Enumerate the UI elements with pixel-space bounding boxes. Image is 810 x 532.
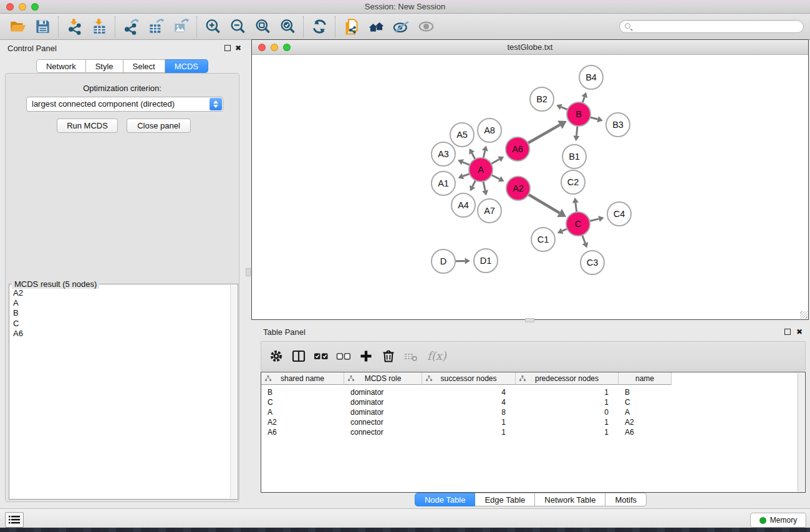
tab-network-table[interactable]: Network Table <box>535 493 605 506</box>
deselect-all-button[interactable] <box>332 344 355 368</box>
zoom-window-button[interactable] <box>31 3 39 11</box>
import-network-button[interactable] <box>62 15 87 39</box>
table-panel-float-button[interactable] <box>784 329 791 335</box>
column-header-name[interactable]: name <box>619 372 672 385</box>
export-table-button[interactable] <box>143 15 168 39</box>
memory-status-icon <box>759 517 766 524</box>
tab-network[interactable]: Network <box>36 59 86 73</box>
table-panel-close-button[interactable]: ✖ <box>796 328 803 336</box>
zoom-out-icon <box>229 18 246 35</box>
result-list-item[interactable]: A2 <box>9 288 229 298</box>
delete-column-button[interactable] <box>377 344 400 368</box>
export-image-icon <box>173 18 190 35</box>
minimize-window-button[interactable] <box>19 3 26 11</box>
edge-C-C1[interactable] <box>562 229 567 231</box>
mcds-list-scrollbar[interactable] <box>230 285 237 498</box>
table-scrollbar[interactable] <box>798 373 804 491</box>
table-row[interactable]: Cdominator41C <box>261 397 805 407</box>
tab-select[interactable]: Select <box>123 59 165 73</box>
edge-A2-C[interactable] <box>528 195 559 213</box>
resize-grip-icon[interactable] <box>800 311 808 319</box>
result-list-item[interactable]: A <box>9 298 229 308</box>
delete-table-button-disabled[interactable] <box>400 344 422 368</box>
edge-B-B4[interactable] <box>582 97 584 103</box>
network-graph[interactable]: AA1A2A3A4A5A6A7A8BB1B2B3B4CC1C2C3C4DD1 <box>252 56 808 319</box>
import-table-button[interactable] <box>87 15 112 39</box>
open-session-button[interactable] <box>5 15 30 39</box>
column-header-mcds-role[interactable]: MCDS role <box>344 372 422 385</box>
vertical-splitter-grip[interactable] <box>246 268 251 276</box>
refresh-layout-button[interactable] <box>307 15 332 39</box>
search-input[interactable] <box>634 21 799 32</box>
criterion-dropdown[interactable]: largest connected component (directed) <box>26 97 223 112</box>
main-toolbar <box>0 14 810 40</box>
gear-icon <box>269 349 284 364</box>
zoom-selected-button[interactable] <box>275 15 300 39</box>
run-mcds-button[interactable]: Run MCDS <box>57 118 118 133</box>
add-column-button[interactable] <box>355 344 377 368</box>
edge-B-B2[interactable] <box>561 107 567 110</box>
edge-C-C2[interactable] <box>576 203 577 212</box>
edge-A-A1[interactable] <box>463 174 470 177</box>
column-header-successor-nodes[interactable]: successor nodes <box>422 372 516 385</box>
control-panel-float-button[interactable] <box>224 45 231 51</box>
show-graphics-details-button[interactable] <box>388 15 413 39</box>
clone-network-button[interactable] <box>339 15 364 39</box>
function-builder-button[interactable]: f(x) <box>427 349 446 362</box>
tab-edge-table[interactable]: Edge Table <box>475 493 535 506</box>
tab-style[interactable]: Style <box>86 59 123 73</box>
table-cell: C <box>261 397 344 407</box>
tab-motifs[interactable]: Motifs <box>605 493 647 506</box>
zoom-fit-button[interactable] <box>250 15 275 39</box>
edge-B-B1[interactable] <box>576 126 577 136</box>
home-button[interactable] <box>364 15 388 39</box>
export-network-button[interactable] <box>118 15 143 39</box>
task-history-button[interactable] <box>5 512 24 528</box>
edge-A-A6[interactable] <box>491 159 499 163</box>
table-panel-title: Table Panel <box>263 327 306 337</box>
column-header-shared-name[interactable]: shared name <box>261 372 344 385</box>
memory-button[interactable]: Memory <box>750 513 806 528</box>
table-row[interactable]: A6connector11A6 <box>261 427 805 437</box>
control-panel-close-button[interactable]: ✖ <box>235 44 241 52</box>
tab-node-table[interactable]: Node Table <box>415 493 476 506</box>
result-list-item[interactable]: C <box>9 319 229 329</box>
export-image-button[interactable] <box>168 15 193 39</box>
save-floppy-icon <box>34 18 51 35</box>
tab-mcds[interactable]: MCDS <box>165 59 208 73</box>
table-toolbar: f(x) <box>261 341 806 370</box>
eye-button-disabled[interactable] <box>413 15 438 39</box>
table-row[interactable]: Adominator80A <box>261 407 805 417</box>
table-row[interactable]: Bdominator41B <box>261 387 805 397</box>
edge-A-A8[interactable] <box>483 151 485 158</box>
edge-A-A7[interactable] <box>483 181 485 191</box>
edge-A6-B[interactable] <box>528 125 559 143</box>
network-zoom-button[interactable] <box>283 44 291 51</box>
edge-B-B3[interactable] <box>590 117 597 119</box>
edge-C-C3[interactable] <box>582 235 586 243</box>
zoom-in-button[interactable] <box>200 15 225 39</box>
column-settings-button[interactable] <box>265 344 287 368</box>
network-close-button[interactable] <box>258 44 266 51</box>
edge-A-A2[interactable] <box>491 175 499 179</box>
edge-C-C4[interactable] <box>589 219 599 221</box>
optimization-criterion-label: Optimization criterion: <box>0 84 244 93</box>
result-list-item[interactable]: B <box>9 308 229 318</box>
table-cell: A6 <box>261 427 344 437</box>
split-panel-button[interactable] <box>287 344 310 368</box>
close-window-button[interactable] <box>6 3 14 11</box>
save-session-button[interactable] <box>30 15 55 39</box>
horizontal-splitter-grip[interactable] <box>525 318 534 322</box>
column-header-predecessor-nodes[interactable]: predecessor nodes <box>516 372 619 385</box>
close-panel-button[interactable]: Close panel <box>127 118 191 133</box>
zoom-out-button[interactable] <box>225 15 250 39</box>
clone-network-icon <box>343 18 360 35</box>
edge-A-A5[interactable] <box>472 153 475 159</box>
edge-A-A3[interactable] <box>463 162 470 165</box>
edge-A-A4[interactable] <box>473 180 476 186</box>
result-list-item[interactable]: A6 <box>9 329 229 339</box>
network-minimize-button[interactable] <box>271 44 278 51</box>
desktop-background-strip <box>0 528 810 532</box>
table-row[interactable]: A2connector11A2 <box>261 417 805 427</box>
select-all-button[interactable] <box>310 344 332 368</box>
